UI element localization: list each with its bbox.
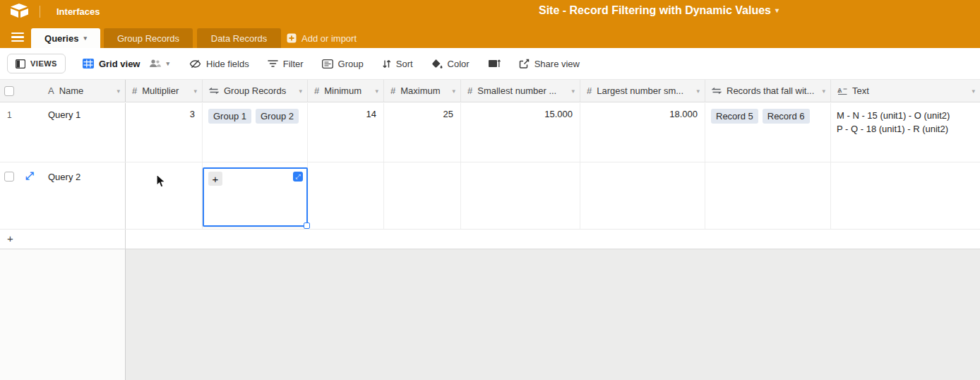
tab-queries[interactable]: Queries ▾	[31, 28, 100, 48]
linked-record-chip[interactable]: Group 1	[208, 109, 251, 124]
share-view-button[interactable]: Share view	[519, 59, 580, 69]
chevron-down-icon[interactable]: ▾	[193, 88, 197, 95]
row-height-button[interactable]	[488, 59, 501, 69]
sort-icon	[382, 59, 391, 69]
column-header-records-within[interactable]: Records that fall wit... ▾	[705, 80, 831, 102]
cell-text[interactable]: M - N - 15 (unit1) - O (unit2) P - Q - 1…	[831, 103, 980, 162]
chevron-down-icon[interactable]: ▾	[299, 88, 302, 95]
text-line: M - N - 15 (unit1) - O (unit2)	[837, 109, 980, 122]
cell-maximum[interactable]: 25	[384, 103, 461, 162]
chevron-down-icon[interactable]: ▾	[822, 88, 825, 95]
linked-record-field-icon	[209, 87, 219, 95]
record-name: Query 1	[48, 109, 80, 120]
number-field-icon: #	[132, 85, 137, 96]
cell-multiplier[interactable]	[126, 162, 203, 229]
expand-cell-icon[interactable]: ⤢	[293, 172, 303, 182]
cell-minimum[interactable]	[308, 162, 384, 229]
text-line: P - Q - 18 (unit1) - R (unit2)	[837, 122, 980, 136]
cell-minimum[interactable]: 14	[308, 103, 384, 162]
column-header-smallest-number[interactable]: # Smallest number ... ▾	[461, 80, 580, 102]
cell-records-within[interactable]: Record 5 Record 6	[705, 103, 831, 162]
menu-icon[interactable]	[11, 32, 24, 42]
number-field-icon: #	[467, 85, 472, 96]
plus-square-icon	[287, 33, 297, 43]
long-text-field-icon: A	[837, 87, 847, 95]
chevron-down-icon[interactable]: ▾	[571, 88, 575, 95]
grid-view-icon	[83, 59, 94, 69]
share-view-icon	[519, 59, 530, 69]
hide-fields-button[interactable]: Hide fields	[189, 59, 249, 69]
select-all-checkbox[interactable]	[4, 86, 14, 96]
expand-record-icon[interactable]: ⤢	[25, 170, 34, 182]
tab-bar: Queries ▾ Group Records Data Records Add…	[0, 23, 980, 48]
add-record-icon[interactable]: +	[7, 232, 13, 244]
linked-record-field-icon	[712, 87, 722, 95]
column-header-multiplier[interactable]: # Multiplier ▾	[126, 80, 203, 102]
filter-icon	[268, 59, 278, 68]
tab-group-records[interactable]: Group Records	[104, 28, 193, 48]
sort-button[interactable]: Sort	[382, 59, 413, 69]
cell-smallest-number[interactable]: 15.000	[461, 103, 580, 162]
color-icon	[431, 59, 443, 69]
chevron-down-icon[interactable]: ▾	[972, 88, 975, 95]
views-button[interactable]: VIEWS	[7, 54, 66, 73]
add-record-row[interactable]: +	[0, 230, 980, 249]
linked-record-chip[interactable]: Record 5	[711, 109, 758, 124]
view-toolbar: VIEWS Grid view ▾ Hide fields Filter	[0, 48, 980, 80]
cell-fill-handle[interactable]	[304, 222, 310, 229]
collaborators-icon	[149, 59, 161, 68]
cell-group-records[interactable]: Group 1 Group 2	[203, 103, 308, 162]
cell-maximum[interactable]	[384, 162, 461, 229]
linked-record-chip[interactable]: Group 2	[256, 109, 299, 124]
frozen-column-divider	[125, 230, 126, 249]
cell-largest-number[interactable]: 18.000	[580, 103, 705, 162]
column-header-minimum[interactable]: # Minimum ▾	[308, 80, 384, 102]
title-caret-icon: ▾	[775, 6, 779, 14]
column-header-text[interactable]: A Text ▾	[831, 80, 980, 102]
app-label: Interfaces	[56, 6, 100, 17]
grid-view-button[interactable]: Grid view ▾	[83, 59, 169, 69]
selected-cell-group-records[interactable]: + ⤢	[203, 167, 308, 227]
cell-smallest-number[interactable]	[461, 162, 580, 229]
column-header-row: A Name ▾ # Multiplier ▾ Group Records ▾ …	[0, 80, 980, 102]
group-button[interactable]: Group	[322, 59, 364, 69]
column-header-maximum[interactable]: # Maximum ▾	[384, 80, 461, 102]
airtable-logo-icon[interactable]	[10, 4, 30, 19]
frozen-column-background	[0, 249, 126, 380]
table-row-query-1[interactable]: 1 Query 1 3 Group 1 Group 2 14 25 15.000…	[0, 103, 980, 162]
page-title[interactable]: Site - Record Filtering with Dynamic Val…	[539, 4, 779, 17]
column-header-largest-number[interactable]: # Largest number sm... ▾	[580, 80, 705, 102]
chevron-down-icon[interactable]: ▾	[116, 88, 120, 95]
sidebar-icon	[16, 59, 25, 69]
cell-name[interactable]: 1 Query 1	[0, 103, 126, 162]
cell-text[interactable]	[831, 162, 980, 229]
divider	[40, 6, 40, 18]
hide-fields-icon	[189, 59, 201, 69]
cell-name[interactable]: ⤢ Query 2	[0, 162, 126, 229]
column-header-group-records[interactable]: Group Records ▾	[203, 80, 308, 102]
number-field-icon: #	[314, 85, 319, 96]
group-icon	[322, 59, 333, 69]
filter-button[interactable]: Filter	[268, 59, 304, 69]
column-header-name[interactable]: A Name ▾	[0, 80, 126, 102]
tab-data-records[interactable]: Data Records	[197, 28, 281, 48]
add-linked-record-button[interactable]: +	[208, 172, 222, 186]
chevron-down-icon[interactable]: ▾	[696, 88, 700, 95]
add-or-import-button[interactable]: Add or import	[287, 28, 357, 48]
single-line-text-field-icon: A	[48, 85, 54, 96]
number-field-icon: #	[587, 85, 592, 96]
cell-records-within[interactable]	[705, 162, 831, 229]
grid-background	[0, 249, 980, 380]
cell-largest-number[interactable]	[580, 162, 705, 229]
chevron-down-icon[interactable]: ▾	[375, 88, 378, 95]
svg-text:A: A	[837, 87, 842, 94]
cell-multiplier[interactable]: 3	[126, 103, 203, 162]
grid-empty-background	[126, 249, 980, 380]
row-checkbox[interactable]	[4, 172, 14, 182]
record-name: Query 2	[48, 172, 80, 182]
linked-record-chip[interactable]: Record 6	[763, 109, 810, 124]
color-button[interactable]: Color	[431, 59, 470, 69]
row-number: 1	[7, 110, 12, 120]
chevron-down-icon[interactable]: ▾	[452, 88, 455, 95]
table-row-query-2[interactable]: ⤢ Query 2 + ⤢	[0, 162, 980, 230]
